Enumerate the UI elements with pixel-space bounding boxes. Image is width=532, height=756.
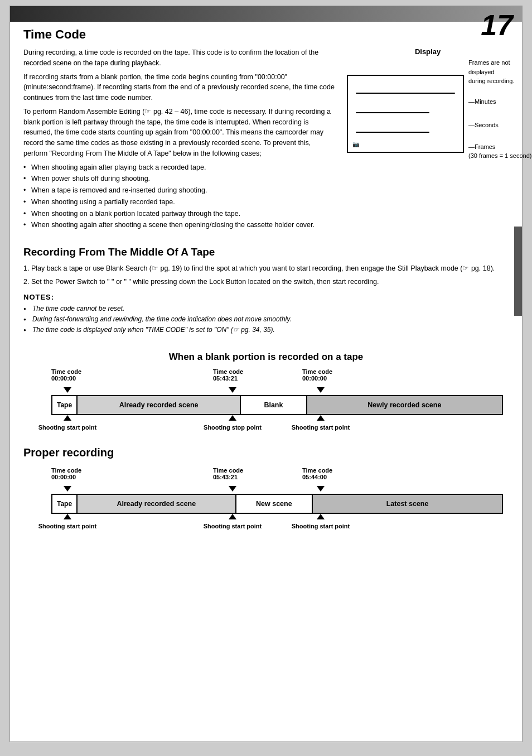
blank-tc2-label: Time code 05:43:21	[213, 368, 243, 382]
bullet-5: When shooting on a blank portion located…	[23, 209, 336, 219]
display-box: 📷	[347, 75, 464, 153]
page-number: 17	[481, 11, 513, 40]
proper-shoot1: Shooting start point	[38, 523, 96, 529]
note-3: The time code is displayed only when "TI…	[23, 325, 509, 335]
blank-tc1-label: Time code 00:00:00	[51, 368, 81, 382]
page: 17 Time Code During recording, a time co…	[9, 6, 523, 742]
notes-title: NOTES:	[23, 293, 509, 301]
top-gradient-bar	[10, 6, 522, 22]
blank-tape-label: Tape	[52, 396, 78, 414]
proper-arrow-up-3	[317, 514, 325, 519]
proper-tc3-label: Time code 05:44:00	[302, 467, 332, 480]
proper-seg-new: New scene	[236, 495, 313, 513]
para3: To perform Random Assemble Editing (☞ pg…	[23, 107, 336, 159]
display-area: Display 📷 Frames are not display	[347, 47, 509, 236]
proper-shoot2: Shooting start point	[204, 523, 262, 529]
blank-shoot3: Shooting start point	[292, 424, 350, 431]
frames-detail: (30 frames = 1 second)	[468, 151, 531, 161]
proper-tape-row: Tape Already recorded scene New scene La…	[51, 494, 503, 514]
bullet-4: When shooting using a partially recorded…	[23, 197, 336, 208]
note-1: The time code cannot be reset.	[23, 304, 509, 314]
blank-seg-blank: Blank	[241, 396, 307, 414]
blank-arrow-down-3	[317, 387, 325, 393]
step2: 2. Set the Power Switch to " " or " " wh…	[23, 276, 509, 287]
blank-shoot1: Shooting start point	[38, 424, 96, 431]
notes-list: The time code cannot be reset. During fa…	[23, 304, 509, 336]
blank-arrow-down-2	[229, 387, 236, 393]
proper-tape-label: Tape	[52, 495, 78, 513]
blank-arrow-up-2	[229, 415, 236, 421]
recording-steps: 1. Play back a tape or use Blank Search …	[23, 263, 509, 287]
blank-arrow-down-1	[64, 387, 71, 393]
frames-not-displayed-note2: during recording.	[468, 76, 531, 86]
proper-recording-title: Proper recording	[23, 446, 509, 459]
side-bar	[514, 227, 522, 316]
bullet-2: When power shuts off during shooting.	[23, 174, 336, 184]
bullet-1: When shooting again after playing back a…	[23, 162, 336, 173]
notes-section: NOTES: The time code cannot be reset. Du…	[23, 293, 509, 336]
bullet-6: When shooting again after shooting a sce…	[23, 220, 336, 230]
proper-arrow-up-1	[64, 514, 71, 519]
frames-not-displayed-note: Frames are not displayed	[468, 58, 531, 76]
proper-tc2-label: Time code 05:43:21	[213, 467, 243, 480]
proper-tc1-label: Time code 00:00:00	[51, 467, 81, 480]
proper-arrow-down-2	[229, 486, 236, 492]
time-code-title: Time Code	[23, 27, 509, 42]
proper-arrow-down-1	[64, 486, 71, 492]
blank-seg-already: Already recorded scene	[78, 396, 241, 414]
blank-diagram-section: When a blank portion is recorded on a ta…	[23, 351, 509, 435]
proper-arrow-up-2	[229, 514, 236, 519]
step1: 1. Play back a tape or use Blank Search …	[23, 263, 509, 274]
proper-shoot3: Shooting start point	[292, 523, 350, 529]
para1: During recording, a time code is recorde…	[23, 47, 336, 69]
blank-diagram-title: When a blank portion is recorded on a ta…	[23, 351, 509, 363]
recording-middle-title: Recording From The Middle Of A Tape	[23, 246, 509, 258]
bullet-list: When shooting again after playing back a…	[23, 162, 336, 231]
proper-recording-section: Proper recording Time code 00:00:00 Time…	[23, 446, 509, 534]
blank-arrow-up-1	[64, 415, 71, 421]
proper-arrow-down-3	[317, 486, 325, 492]
display-label: Display	[347, 47, 509, 56]
minutes-label: —Minutes	[468, 97, 531, 107]
blank-shoot2: Shooting stop point	[204, 424, 262, 431]
note-2: During fast-forwarding and rewinding, th…	[23, 314, 509, 325]
blank-tape-row: Tape Already recorded scene Blank Newly …	[51, 395, 503, 415]
proper-seg-already: Already recorded scene	[78, 495, 236, 513]
blank-seg-newly: Newly recorded scene	[307, 396, 502, 414]
para2: If recording starts from a blank portion…	[23, 72, 336, 103]
frames-label: —Frames	[468, 142, 531, 152]
proper-seg-latest: Latest scene	[313, 495, 502, 513]
bullet-3: When a tape is removed and re-inserted d…	[23, 185, 336, 196]
blank-arrow-up-3	[317, 415, 325, 421]
seconds-label: —Seconds	[468, 121, 531, 130]
blank-tc3-label: Time code 00:00:00	[302, 368, 332, 382]
